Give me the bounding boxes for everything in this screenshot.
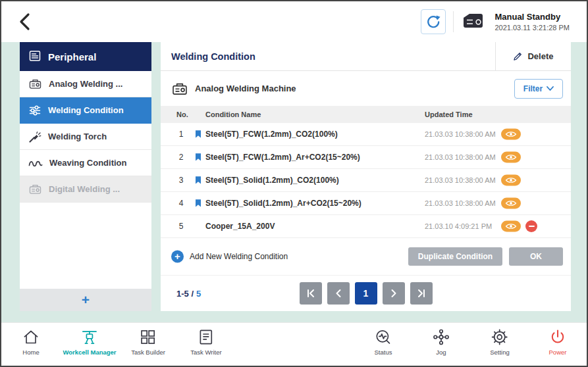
nav-status[interactable]: Status bbox=[375, 328, 392, 356]
sidebar-item-welding-torch[interactable]: Welding Torch bbox=[20, 124, 151, 150]
nav-label: Power bbox=[549, 349, 567, 356]
table-row[interactable]: 4 Steel(5T)_Solid(1.2mm)_Ar+CO2(15~20%) … bbox=[161, 192, 571, 215]
welding-machine-status-icon bbox=[461, 12, 487, 32]
add-row: + Add New Welding Condition Duplicate Co… bbox=[161, 238, 571, 275]
nav-label: Jog bbox=[436, 349, 446, 356]
pagination-range: 1-5 /5 bbox=[176, 289, 201, 299]
visibility-toggle[interactable] bbox=[501, 129, 521, 140]
machine-name: Analog Welding Machine bbox=[195, 84, 508, 93]
filter-button-label: Filter bbox=[523, 84, 543, 93]
peripheral-icon bbox=[28, 49, 41, 64]
condition-name: Steel(5T)_FCW(1.2mm)_Ar+CO2(15~20%) bbox=[205, 153, 360, 162]
prev-page-icon bbox=[334, 289, 343, 298]
home-icon bbox=[22, 328, 40, 346]
ok-button[interactable]: OK bbox=[509, 247, 563, 266]
column-updated-time: Updated Time bbox=[425, 110, 473, 118]
column-no: No. bbox=[176, 110, 188, 118]
nav-workcell-manager[interactable]: Workcell Manager bbox=[63, 328, 116, 356]
sidebar-item-label: Analog Welding ... bbox=[49, 79, 122, 89]
panel-title: Welding Condition bbox=[161, 42, 495, 70]
first-page-button[interactable] bbox=[300, 282, 322, 305]
table-row[interactable]: 3 Steel(5T)_Solid(1.2mm)_CO2(100%) 21.03… bbox=[161, 169, 571, 192]
updated-time: 21.03.10 4:09:21 PM bbox=[425, 222, 492, 230]
nav-task-writer[interactable]: Task Writer bbox=[190, 328, 221, 356]
visibility-toggle[interactable] bbox=[501, 175, 521, 186]
back-button[interactable] bbox=[18, 12, 36, 31]
sidebar-item-label: Digital Welding ... bbox=[49, 184, 120, 194]
duplicate-condition-button[interactable]: Duplicate Condition bbox=[408, 247, 502, 266]
bottom-nav: Home Workcell Manager Task Builder Task … bbox=[1, 322, 587, 366]
last-page-button[interactable] bbox=[410, 282, 433, 305]
condition-name: Cooper_15A_200V bbox=[205, 222, 275, 231]
grid-icon bbox=[140, 328, 157, 346]
current-page-button[interactable]: 1 bbox=[355, 282, 377, 305]
refresh-icon bbox=[426, 14, 441, 29]
app-screen: Manual Standby 2021.03.11 3:21:28 PM Per… bbox=[0, 0, 588, 367]
power-icon bbox=[549, 328, 567, 346]
sidebar-item-label: Welding Condition bbox=[48, 105, 124, 115]
table-header: No. Condition Name Updated Time bbox=[161, 106, 571, 123]
nav-home[interactable]: Home bbox=[22, 328, 40, 356]
filter-button[interactable]: Filter bbox=[514, 79, 563, 99]
sidebar-item-analog-welding[interactable]: Analog Welding ... bbox=[20, 71, 151, 97]
sidebar: Peripheral Analog Welding ... Welding Co… bbox=[20, 42, 151, 311]
delete-button-label: Delete bbox=[527, 51, 553, 61]
next-page-button[interactable] bbox=[383, 282, 405, 305]
prev-page-button[interactable] bbox=[327, 282, 350, 305]
pagination-buttons: 1 bbox=[300, 282, 433, 305]
chevron-left-icon bbox=[18, 12, 30, 31]
monitor-pulse-icon bbox=[375, 328, 392, 346]
nav-power[interactable]: Power bbox=[549, 328, 567, 356]
welding-machine-icon bbox=[28, 182, 42, 196]
divider bbox=[453, 11, 454, 32]
table-row[interactable]: 5 Cooper_15A_200V 21.03.10 4:09:21 PM bbox=[161, 215, 571, 238]
jog-pad-icon bbox=[433, 328, 450, 346]
nav-jog[interactable]: Jog bbox=[433, 328, 450, 356]
column-condition-name: Condition Name bbox=[205, 110, 261, 118]
updated-time: 21.03.03 10:38:00 AM bbox=[425, 199, 496, 207]
updated-time: 21.03.03 10:38:00 AM bbox=[425, 153, 496, 161]
last-page-icon bbox=[417, 289, 426, 298]
machine-row: Analog Welding Machine Filter bbox=[161, 71, 571, 106]
pagination-range-label: 1-5 / bbox=[176, 289, 194, 299]
condition-name: Steel(5T)_FCW(1.2mm)_CO2(100%) bbox=[205, 130, 338, 139]
document-icon bbox=[198, 328, 215, 346]
nav-label: Task Builder bbox=[131, 349, 165, 356]
table-row[interactable]: 1 Steel(5T)_FCW(1.2mm)_CO2(100%) 21.03.0… bbox=[161, 123, 571, 146]
visibility-toggle[interactable] bbox=[501, 198, 521, 209]
add-new-condition-label[interactable]: Add New Welding Condition bbox=[190, 252, 288, 261]
nav-task-builder[interactable]: Task Builder bbox=[131, 328, 165, 356]
sidebar-title: Peripheral bbox=[48, 51, 96, 62]
visibility-toggle[interactable] bbox=[501, 221, 521, 232]
next-page-icon bbox=[389, 289, 398, 298]
plus-circle-icon[interactable]: + bbox=[171, 251, 184, 263]
updated-time: 21.03.03 10:38:00 AM bbox=[425, 176, 496, 184]
row-number: 2 bbox=[176, 153, 186, 162]
eye-icon bbox=[505, 177, 517, 184]
pagination-row: 1-5 /5 1 bbox=[161, 275, 571, 311]
eye-icon bbox=[505, 223, 517, 230]
visibility-toggle[interactable] bbox=[501, 152, 521, 163]
delete-button[interactable]: Delete bbox=[495, 42, 571, 70]
sidebar-item-weaving-condition[interactable]: Weaving Condition bbox=[20, 150, 151, 176]
pagination-total: 5 bbox=[196, 289, 201, 299]
table-row[interactable]: 2 Steel(5T)_FCW(1.2mm)_Ar+CO2(15~20%) 21… bbox=[161, 146, 571, 169]
sidebar-item-label: Weaving Condition bbox=[49, 158, 126, 168]
refresh-button[interactable] bbox=[421, 9, 446, 34]
bookmark-icon bbox=[195, 176, 201, 185]
remove-condition-button[interactable] bbox=[525, 220, 537, 232]
eye-icon bbox=[505, 131, 517, 138]
bookmark-icon bbox=[195, 130, 201, 139]
chevron-down-icon bbox=[547, 86, 554, 91]
sidebar-item-digital-welding: Digital Welding ... bbox=[20, 176, 151, 203]
sidebar-item-label: Welding Torch bbox=[48, 132, 107, 141]
add-peripheral-button[interactable]: + bbox=[20, 289, 151, 311]
row-number: 4 bbox=[176, 199, 186, 208]
wave-icon bbox=[28, 158, 43, 168]
pencil-icon bbox=[513, 51, 523, 61]
gear-icon bbox=[491, 328, 508, 346]
sidebar-item-welding-condition[interactable]: Welding Condition bbox=[20, 97, 151, 124]
top-bar: Manual Standby 2021.03.11 3:21:28 PM bbox=[1, 1, 587, 42]
nav-setting[interactable]: Setting bbox=[490, 328, 510, 356]
first-page-icon bbox=[306, 289, 315, 298]
